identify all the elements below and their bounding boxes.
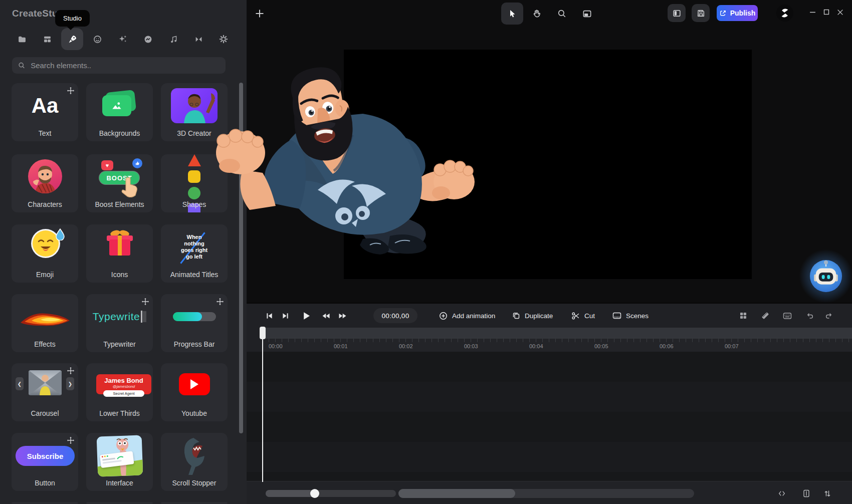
tab-settings[interactable] — [212, 28, 235, 50]
account-avatar[interactable] — [776, 5, 793, 22]
canvas-area[interactable]: Publish — [247, 0, 852, 303]
skip-to-start-button[interactable] — [266, 304, 273, 328]
collapse-timeline-button[interactable] — [776, 487, 788, 499]
element-card-boost[interactable]: ♥ BOOST Boost Elements — [86, 154, 153, 212]
collapse-icon — [778, 490, 786, 497]
timeline-zoom-slider[interactable] — [266, 490, 396, 497]
zoom-tool[interactable] — [551, 3, 573, 25]
save-button[interactable] — [692, 4, 710, 22]
element-card-scroll-stopper[interactable]: Scroll Stopper — [161, 433, 228, 491]
elements-sidebar: CreateStu — [0, 0, 247, 504]
window-maximize-button[interactable] — [820, 6, 832, 18]
hand-icon — [532, 9, 541, 18]
sparkles-icon — [118, 35, 127, 44]
hscrollbar-thumb[interactable] — [398, 489, 515, 498]
tab-emoji[interactable] — [86, 28, 108, 50]
move-icon[interactable] — [67, 367, 75, 375]
tab-chat[interactable] — [137, 28, 159, 50]
toggle-panel-button[interactable] — [668, 4, 686, 22]
element-card-characters[interactable]: Characters — [12, 154, 78, 212]
rewind-button[interactable] — [322, 304, 330, 328]
lower-third-tagline: Secret Agent — [103, 390, 144, 397]
ruler-tick-label: 00:01 — [334, 343, 348, 349]
element-card-button[interactable]: Subscribe Button — [12, 433, 78, 491]
move-icon[interactable] — [67, 87, 75, 95]
tab-effects[interactable] — [112, 28, 134, 50]
timeline-ruler[interactable]: 00:0000:0100:0200:0300:0400:0500:0600:07 — [263, 339, 852, 352]
ruler-icon — [761, 311, 770, 320]
search-elements[interactable] — [12, 57, 226, 74]
element-card-backgrounds[interactable]: Backgrounds — [86, 83, 153, 141]
add-element-button[interactable] — [249, 3, 271, 25]
pan-tool[interactable] — [526, 3, 548, 25]
zoom-slider-fill — [266, 490, 315, 497]
timeline-tracks[interactable] — [247, 352, 852, 481]
element-card-lower-thirds[interactable]: James Bond @jamesbond Secret Agent Lower… — [86, 363, 153, 421]
playhead-handle[interactable] — [260, 327, 266, 339]
app-window: CreateStu — [0, 0, 852, 504]
reorder-tracks-button[interactable] — [821, 487, 833, 499]
element-card-typewriter[interactable]: Typewrite Typewriter — [86, 294, 153, 352]
redo-icon — [824, 312, 833, 320]
ruler-tool-button[interactable] — [761, 304, 770, 328]
element-card-carousel[interactable]: ❮ ❯ Carousel — [12, 363, 78, 421]
element-card-emoji[interactable]: Emoji — [12, 224, 78, 283]
3d-creator-thumb — [171, 88, 218, 123]
window-minimize-button[interactable] — [806, 6, 818, 18]
element-card-progress-bar[interactable]: Progress Bar — [161, 294, 228, 352]
skip-to-end-button[interactable] — [282, 304, 289, 328]
card-label: Typewriter — [86, 340, 153, 348]
duplicate-icon — [512, 312, 520, 320]
assistant-button[interactable] — [807, 257, 845, 295]
move-icon[interactable] — [141, 298, 149, 306]
element-card-youtube[interactable]: Youtube — [161, 363, 228, 421]
grid-icon — [739, 312, 747, 320]
redo-button[interactable] — [824, 304, 833, 328]
search-input[interactable] — [30, 61, 220, 70]
publish-button[interactable]: Publish — [717, 5, 758, 21]
gear-icon — [219, 35, 228, 44]
element-card-effects[interactable]: Effects — [12, 294, 78, 352]
tab-transitions[interactable] — [187, 28, 209, 50]
tab-files[interactable] — [11, 28, 33, 50]
preview-mode-button[interactable] — [576, 3, 598, 25]
ruler-tick-label: 00:03 — [464, 343, 478, 349]
select-tool[interactable] — [501, 3, 523, 25]
scenes-button[interactable]: Scenes — [612, 304, 649, 328]
carousel-prev-button[interactable]: ❮ — [16, 377, 24, 390]
text-sample: Aa — [32, 95, 59, 116]
zoom-slider-thumb[interactable] — [310, 489, 319, 498]
undo-button[interactable] — [806, 304, 814, 328]
move-icon[interactable] — [67, 436, 75, 444]
scenes-label: Scenes — [626, 312, 649, 320]
timeline-hscrollbar[interactable] — [398, 489, 694, 498]
card-label: Progress Bar — [161, 340, 228, 348]
panel-icon — [803, 489, 810, 497]
play-button[interactable] — [302, 304, 311, 328]
element-card-icons[interactable]: Icons — [86, 224, 153, 283]
scrub-bar[interactable] — [263, 328, 852, 339]
side-panel-toggle-button[interactable] — [800, 487, 812, 499]
undo-icon — [806, 312, 814, 320]
carousel-next-button[interactable]: ❯ — [66, 377, 74, 390]
robot-icon — [807, 257, 845, 295]
tab-music[interactable] — [162, 28, 184, 50]
search-icon — [18, 62, 25, 69]
element-card-text[interactable]: Aa Text — [12, 83, 78, 141]
fast-forward-button[interactable] — [338, 304, 347, 328]
window-close-button[interactable] — [834, 6, 846, 18]
image-icon — [110, 99, 123, 112]
captions-button[interactable] — [783, 304, 792, 328]
tab-elements[interactable] — [61, 28, 83, 50]
fire-effect-thumb — [18, 303, 73, 331]
add-animation-button[interactable]: Add animation — [439, 304, 495, 328]
cut-button[interactable]: Cut — [571, 304, 595, 328]
element-card-interface[interactable]: Interface — [86, 433, 153, 491]
app-title: CreateStu — [12, 8, 58, 19]
grid-view-button[interactable] — [739, 304, 747, 328]
3d-character[interactable] — [215, 67, 475, 302]
scroll-stopper-thumb — [172, 435, 217, 477]
green-circle-shape — [188, 187, 200, 199]
duplicate-button[interactable]: Duplicate — [512, 304, 553, 328]
tab-templates[interactable] — [36, 28, 58, 50]
